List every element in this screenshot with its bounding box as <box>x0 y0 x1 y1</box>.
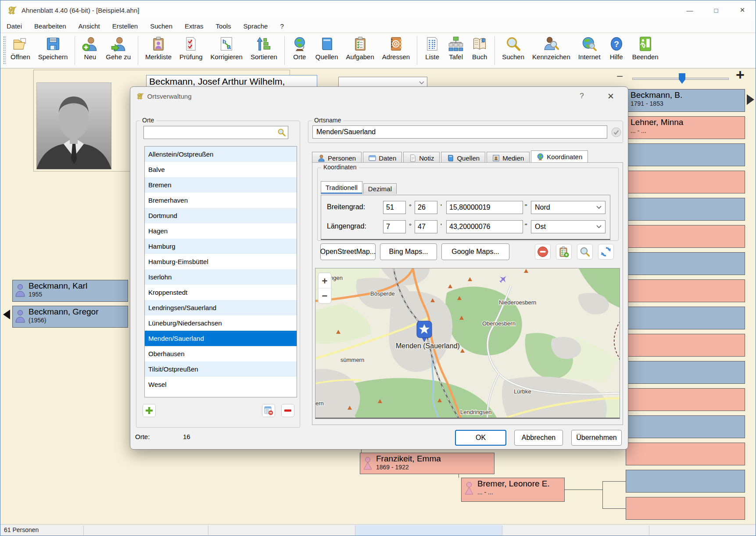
toolbar-adressen[interactable]: Adressen <box>378 35 414 61</box>
toolbar-oeffnen[interactable]: Öffnen <box>7 35 34 61</box>
apply-button[interactable]: Übernehmen <box>571 430 622 446</box>
person-box-empty[interactable] <box>626 171 745 193</box>
latitude-direction-select[interactable]: Nord <box>531 201 606 214</box>
person-box-empty[interactable] <box>626 334 745 357</box>
dialog-help-button[interactable]: ? <box>575 90 588 102</box>
place-list-item[interactable]: Balve <box>145 162 297 177</box>
person-box-beckmann-b[interactable]: Beckmann, B. 1791 - 1853 <box>626 89 745 112</box>
menu-erstellen[interactable]: Erstellen <box>106 21 144 32</box>
cancel-button[interactable]: Abbrechen <box>514 430 563 446</box>
menu-tools[interactable]: Tools <box>210 21 237 32</box>
longitude-degrees-input[interactable] <box>383 220 406 233</box>
longitude-minutes-input[interactable] <box>415 220 437 233</box>
tab-dezimal[interactable]: Dezimal <box>363 183 397 194</box>
paste-coordinates-button[interactable] <box>556 244 572 260</box>
person-box-empty[interactable] <box>626 307 745 329</box>
menu-sprache[interactable]: Sprache <box>237 21 274 32</box>
zoom-in-control[interactable]: + <box>736 66 745 83</box>
place-list-item[interactable]: Bremen <box>145 177 297 193</box>
nav-right-arrow[interactable] <box>747 94 754 105</box>
toolbar-buch[interactable]: Buch <box>468 35 491 61</box>
place-list-item-selected[interactable]: Menden/Sauerland <box>145 331 297 346</box>
menu-extras[interactable]: Extras <box>179 21 210 32</box>
toolbar-quellen[interactable]: Quellen <box>312 35 342 61</box>
person-box-bremer[interactable]: Bremer, Leonore E. ... - ... <box>461 478 565 502</box>
person-box-empty[interactable] <box>626 361 745 384</box>
toolbar-speichern[interactable]: Speichern <box>34 35 72 61</box>
place-list-item[interactable]: Wesel <box>145 377 297 392</box>
refresh-map-button[interactable] <box>598 244 614 260</box>
toolbar-liste[interactable]: Liste <box>420 35 444 61</box>
toolbar-pruefung[interactable]: Prüfung <box>176 35 207 61</box>
latitude-seconds-input[interactable] <box>446 201 523 214</box>
toolbar-gehezu[interactable]: Gehe zu <box>102 35 135 61</box>
menu-ansicht[interactable]: Ansicht <box>72 21 106 32</box>
place-list-item[interactable]: Lendringsen/Sauerland <box>145 300 297 315</box>
place-list-item[interactable]: Oberhausen <box>145 346 297 361</box>
maximize-button[interactable]: □ <box>703 0 729 20</box>
place-list-item[interactable]: Kroppenstedt <box>145 285 297 300</box>
toolbar-kennzeichen[interactable]: Kennzeichen <box>528 35 574 61</box>
person-box-empty[interactable] <box>626 443 745 465</box>
openstreetmap-button[interactable]: OpenStreetMap... <box>320 243 376 260</box>
google-maps-button[interactable]: Google Maps... <box>441 243 509 260</box>
bing-maps-button[interactable]: Bing Maps... <box>380 243 437 260</box>
nav-left-arrow[interactable] <box>3 310 10 319</box>
place-list-item[interactable]: Hamburg <box>145 239 297 254</box>
zoom-out-control[interactable]: − <box>616 70 623 83</box>
toolbar-beenden[interactable]: Beenden <box>628 35 663 61</box>
toolbar-korrigieren[interactable]: ba Korrigieren <box>207 35 247 61</box>
toolbar-suchen[interactable]: Suchen <box>498 35 528 61</box>
place-list-item[interactable]: Bremerhaven <box>145 193 297 208</box>
person-box-empty[interactable] <box>626 497 745 520</box>
toolbar-sortieren[interactable]: Sortieren <box>247 35 281 61</box>
close-button[interactable]: ✕ <box>729 0 756 20</box>
remove-coordinates-button[interactable] <box>535 244 551 260</box>
toolbar-internet[interactable]: Internet <box>574 35 605 61</box>
person-box-empty[interactable] <box>626 252 745 275</box>
person-box-empty[interactable] <box>626 388 745 411</box>
person-box-empty[interactable] <box>626 225 745 248</box>
longitude-direction-select[interactable]: Ost <box>531 220 606 233</box>
person-box-empty[interactable] <box>626 198 745 221</box>
minimize-button[interactable]: — <box>677 0 703 20</box>
longitude-seconds-input[interactable] <box>446 220 523 233</box>
person-box-franzikeit[interactable]: Franzikeit, Emma 1869 - 1922 <box>360 453 494 474</box>
confirm-check-icon[interactable] <box>611 127 621 137</box>
delete-place-button[interactable] <box>281 404 294 417</box>
toolbar-merkliste[interactable]: Merkliste <box>141 35 176 61</box>
place-list-item[interactable]: Dortmund <box>145 208 297 223</box>
menu-datei[interactable]: Datei <box>0 21 28 32</box>
add-place-button[interactable] <box>143 404 156 417</box>
place-list-item[interactable]: Lüneburg/Niedersachsen <box>145 315 297 331</box>
merge-places-button[interactable] <box>262 404 275 417</box>
toolbar-tafel[interactable]: Tafel <box>444 35 468 61</box>
person-box-lehner[interactable]: Lehner, Minna ... - ... <box>626 116 745 139</box>
menu-hilfe[interactable]: ? <box>274 21 290 32</box>
person-box-karl[interactable]: Beckmann, Karl 1955 <box>12 280 128 302</box>
map-zoom-out-button[interactable]: − <box>322 290 328 301</box>
latitude-minutes-input[interactable] <box>415 201 437 214</box>
place-list-item[interactable]: Hagen <box>145 223 297 239</box>
person-box-empty[interactable] <box>626 470 745 493</box>
ok-button[interactable]: OK <box>455 430 506 446</box>
zoom-slider-handle[interactable] <box>679 73 685 84</box>
tab-traditionell[interactable]: Traditionell <box>321 181 362 194</box>
place-list-item[interactable]: Hamburg-Eimsbüttel <box>145 254 297 269</box>
map-view[interactable]: alingen Bösperde Niederoesbern Oberoesbe… <box>315 268 620 419</box>
menu-bearbeiten[interactable]: Bearbeiten <box>28 21 72 32</box>
toolbar-neu[interactable]: Neu <box>78 35 102 61</box>
person-box-gregor[interactable]: Beckmann, Gregor (1956) <box>12 306 128 328</box>
place-list[interactable]: Allenstein/Ostpreußen Balve Bremen Breme… <box>144 146 297 397</box>
toolbar-hilfe[interactable]: ? Hilfe <box>605 35 628 61</box>
toolbar-aufgaben[interactable]: Aufgaben <box>342 35 378 61</box>
dialog-close-button[interactable]: ✕ <box>604 90 617 102</box>
search-coordinates-button[interactable] <box>577 244 593 260</box>
ortsname-input[interactable] <box>312 125 607 139</box>
toolbar-orte[interactable]: Orte <box>288 35 312 61</box>
place-list-item[interactable]: Allenstein/Ostpreußen <box>145 147 297 162</box>
place-search-input[interactable] <box>143 126 288 139</box>
person-box-empty[interactable] <box>626 415 745 438</box>
person-box-empty[interactable] <box>626 279 745 302</box>
map-zoom-in-button[interactable]: + <box>322 275 328 286</box>
